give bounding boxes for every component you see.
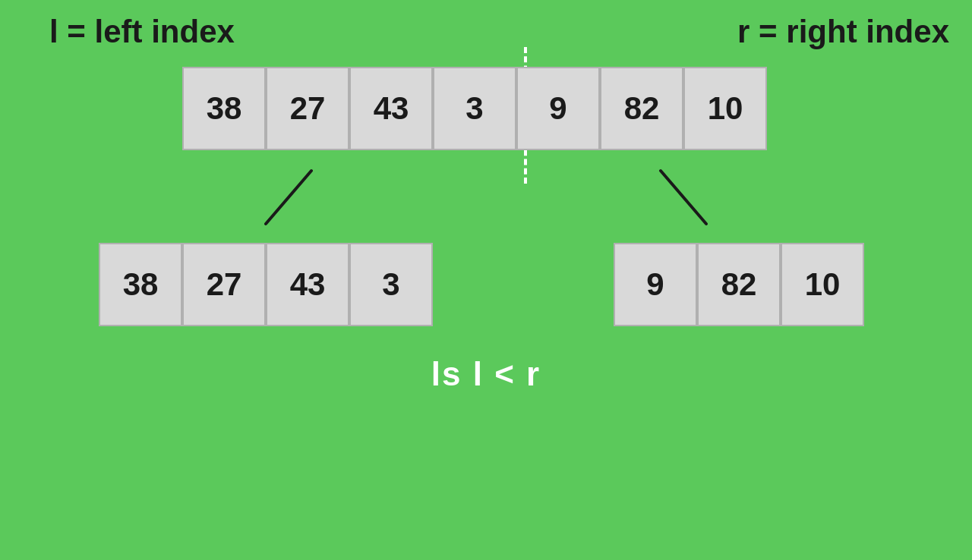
top-cell-2: 43 [349,67,433,150]
bottom-left-cell-1: 27 [182,243,266,326]
top-cell-1: 27 [266,67,349,150]
bottom-left-cell-2: 43 [266,243,349,326]
bottom-right-cell-0: 9 [614,243,697,326]
top-cell-3: 3 [433,67,516,150]
right-index-label: r = right index [737,14,949,50]
bottom-right-array: 9 82 10 [614,243,864,326]
left-index-label: l = left index [49,14,235,50]
svg-line-1 [661,171,706,224]
bottom-right-cell-1: 82 [697,243,781,326]
top-cell-5: 82 [600,67,683,150]
left-branch-icon [251,163,342,231]
right-branch-icon [638,163,729,231]
bottom-left-array: 38 27 43 3 [99,243,433,326]
bottom-left-cell-0: 38 [99,243,182,326]
top-cell-6: 10 [683,67,767,150]
svg-line-0 [266,171,311,224]
condition-label: ls l < r [0,355,972,393]
top-array: 38 27 43 3 9 82 10 [182,67,767,150]
bottom-left-cell-3: 3 [349,243,433,326]
top-cell-0: 38 [182,67,266,150]
bottom-right-cell-2: 10 [781,243,864,326]
top-cell-4: 9 [516,67,600,150]
